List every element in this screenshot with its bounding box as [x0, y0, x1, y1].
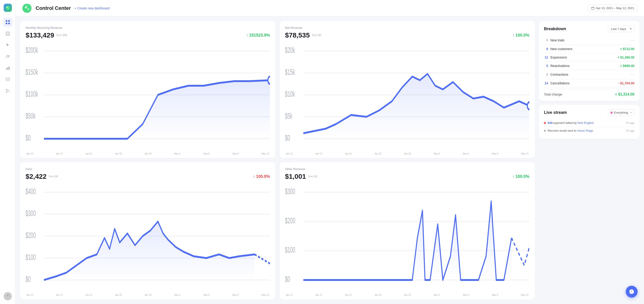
fees-pct-row: ↑ 100.0% — [253, 174, 270, 179]
svg-text:$300: $300 — [26, 209, 36, 218]
header: Control Center + Create new dashboard Ap… — [16, 0, 644, 17]
user-avatar[interactable] — [4, 292, 12, 300]
contractions-amount: — — [631, 73, 634, 77]
other-revenue-from: from $0 — [308, 175, 318, 178]
mrr-value-row: $133,429 from $88 ↑ 151523.9% — [26, 31, 270, 39]
svg-text:$0: $0 — [285, 133, 290, 142]
other-revenue-value: $1,001 — [285, 173, 306, 180]
sidebar-item-dashboard[interactable] — [3, 17, 12, 27]
event-1-prefix: Recover email sent to — [548, 129, 577, 132]
livestream-filter[interactable]: Everything ▾ — [608, 109, 634, 116]
svg-text:$15k: $15k — [285, 67, 295, 77]
svg-rect-3 — [6, 20, 7, 22]
event-0-link[interactable]: Nick English — [578, 121, 594, 125]
livestream-title: Live stream — [544, 110, 608, 115]
event-0-mid: payment failed by — [553, 121, 578, 125]
svg-text:$200k: $200k — [26, 46, 38, 55]
mrr-pct: 151523.9% — [249, 33, 270, 38]
net-revenue-card: Net Revenue $78,535 from $0 ↑ 100.0% — [280, 21, 535, 158]
breakdown-row-new-customers: 8 New customers + $712.00 — [544, 45, 634, 53]
reactivations-amount: + $998.00 — [620, 64, 634, 68]
other-revenue-value-row: $1,001 from $0 ↑ 100.0% — [285, 173, 529, 180]
fees-title: Fees — [26, 167, 270, 171]
fees-arrow: ↑ — [253, 174, 255, 179]
sidebar-item-layers[interactable] — [3, 29, 12, 38]
fees-chart: $400 $300 $200 $100 $0 — [26, 183, 270, 293]
svg-rect-12 — [7, 67, 8, 70]
expansions-count: 12 — [544, 56, 548, 59]
reactivations-label: Reactivations — [550, 64, 618, 68]
svg-text:$200: $200 — [285, 216, 295, 225]
event-0-amount: $49 — [548, 121, 553, 125]
net-revenue-pct: 100.0% — [516, 33, 529, 38]
svg-point-9 — [6, 55, 8, 57]
event-1-link[interactable]: Aaron Rupp — [577, 129, 593, 132]
svg-text:$200: $200 — [26, 231, 36, 240]
dashboard-grid: Monthly Recurring Revenue $133,429 from … — [20, 21, 535, 299]
fees-from: from $0 — [49, 175, 58, 178]
svg-point-23 — [26, 5, 28, 6]
svg-text:$100: $100 — [285, 245, 295, 254]
other-revenue-card: Other Revenue $1,001 from $0 ↑ 100.0% — [280, 162, 535, 299]
total-amount: + $1,314.00 — [615, 92, 634, 97]
svg-point-15 — [6, 89, 7, 90]
event-1-time: 2h ago — [626, 129, 634, 132]
sidebar-item-charts[interactable] — [3, 63, 12, 73]
mrr-from: from $88 — [56, 34, 67, 37]
date-range-text: Apr 13, 2021 – May 12, 2021 — [596, 7, 634, 10]
svg-point-16 — [6, 91, 7, 93]
new-customers-label: New customers — [550, 47, 618, 51]
sidebar-item-pointer[interactable] — [3, 40, 12, 50]
create-dashboard-link[interactable]: + Create new dashboard — [74, 7, 110, 10]
sidebar-item-mail[interactable] — [3, 75, 12, 84]
other-revenue-chart: $300 $200 $100 $0 — [285, 183, 529, 293]
svg-point-38 — [268, 77, 270, 84]
chat-fab[interactable] — [626, 286, 638, 297]
livestream-event-1: Recover email sent to Aaron Rupp 2h ago — [544, 127, 634, 134]
mrr-chart: $200k $150k $100k $50k $0 — [26, 42, 270, 152]
livestream-event-0: $49 payment failed by Nick English 2h ag… — [544, 119, 634, 127]
breakdown-total-row: Total change + $1,314.00 — [544, 89, 634, 97]
svg-text:$50k: $50k — [26, 111, 36, 120]
sidebar-bottom — [4, 292, 12, 300]
event-1-dot — [544, 130, 546, 132]
svg-rect-6 — [8, 23, 10, 24]
mrr-pct-row: ↑ 151523.9% — [246, 33, 270, 38]
new-trials-label: New trials — [550, 38, 628, 42]
breakdown-card: Breakdown Last 7 days Last 30 days Last … — [539, 21, 640, 101]
net-revenue-x-labels: Apr 13Apr 17Apr 21Apr 25Apr 29May 3May 6… — [285, 152, 529, 155]
event-0-time: 2h ago — [626, 121, 634, 125]
breakdown-title: Breakdown — [544, 27, 608, 31]
net-revenue-chart: $20k $15k $10k $5k $0 — [285, 42, 529, 152]
svg-point-0 — [6, 6, 10, 10]
other-revenue-x-labels: Apr 13Apr 17Apr 21Apr 25Apr 29May 3May 6… — [285, 294, 529, 296]
fees-pct: 100.0% — [256, 174, 270, 179]
fees-card: Fees $2,422 from $0 ↑ 100.0% — [20, 162, 276, 299]
event-1-text: Recover email sent to Aaron Rupp — [548, 129, 624, 132]
net-revenue-pct-row: ↑ 100.0% — [512, 33, 529, 38]
breakdown-row-contractions: 0 Contractions — — [544, 70, 634, 79]
svg-rect-24 — [592, 7, 594, 10]
svg-point-1 — [6, 7, 8, 8]
mrr-card: Monthly Recurring Revenue $133,429 from … — [20, 21, 276, 158]
sidebar-item-users[interactable] — [3, 52, 12, 61]
sidebar-item-scissors[interactable] — [3, 86, 12, 96]
breakdown-period-select[interactable]: Last 7 days Last 30 days Last 90 days — [608, 26, 634, 32]
date-range-picker[interactable]: Apr 13, 2021 – May 12, 2021 — [588, 5, 638, 12]
net-revenue-value: $78,535 — [285, 31, 310, 39]
new-trials-count: 0 — [544, 38, 548, 42]
fees-x-labels: Apr 13Apr 17Apr 21Apr 25Apr 29May 3May 6… — [26, 294, 270, 296]
svg-text:$0: $0 — [26, 274, 30, 284]
svg-point-10 — [8, 56, 9, 57]
mrr-x-labels: Apr 13Apr 17Apr 21Apr 25Apr 29May 3May 6… — [26, 152, 270, 155]
reactivations-count: 5 — [544, 64, 548, 68]
net-revenue-arrow: ↑ — [512, 33, 514, 38]
breakdown-row-reactivations: 5 Reactivations + $998.00 — [544, 62, 634, 70]
mrr-arrow-up: ↑ — [246, 33, 248, 38]
svg-point-22 — [28, 8, 29, 10]
page-title: Control Center — [36, 5, 71, 11]
other-revenue-pct: 100.0% — [516, 174, 529, 179]
livestream-chevron-icon: ▾ — [630, 111, 632, 114]
livestream-header: Live stream Everything ▾ — [544, 109, 634, 116]
right-panel: Breakdown Last 7 days Last 30 days Last … — [539, 21, 640, 299]
